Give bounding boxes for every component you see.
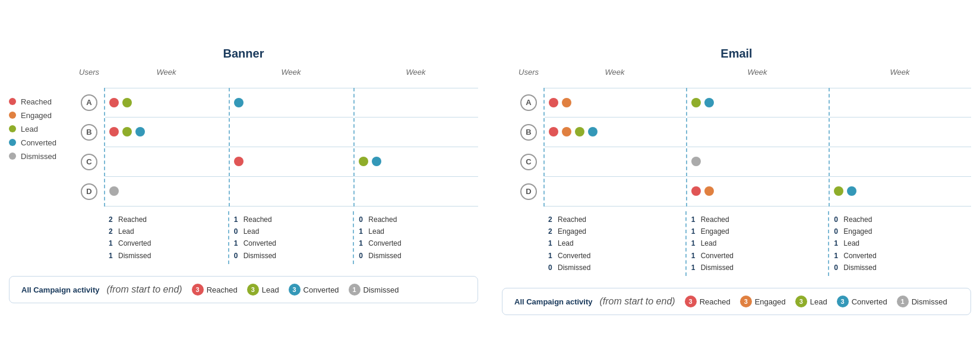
email-week3-col [829,88,971,207]
banner-summary-lead-label: Lead [262,285,279,294]
email-user-c-badge: C [520,154,537,170]
email-summary-dismissed: 1 Dismissed [897,296,947,307]
banner-users-header: Users [74,68,104,85]
dot-teal-icon [847,186,856,196]
email-summary-subtitle: (from start to end) [599,296,675,307]
banner-summary-lead-badge: 3 [247,284,259,296]
banner-summary-reached: 3 Reached [192,284,238,296]
banner-w3-row-a [355,88,478,118]
banner-summary-reached-label: Reached [207,285,238,294]
main-container: Banner Reached Engaged Lead Conve [9,47,971,316]
user-d-cell: D [74,177,104,207]
banner-summary-dismissed: 1 Dismissed [349,284,399,296]
banner-w2-row-d [230,177,353,207]
dot-orange-icon [704,186,714,196]
banner-w1-row-c [105,147,229,177]
banner-chart-area: Reached Engaged Lead Converted Dismissed [9,68,478,265]
email-w3-row-a [830,88,971,118]
email-grid-body: A B C D [514,88,971,207]
banner-stats-week1: 2Reached 2Lead 1Converted 1Dismissed [104,211,228,265]
banner-section: Banner Reached Engaged Lead Conve [9,47,478,304]
email-users-col: A B C D [514,88,543,207]
banner-week2-col [229,88,353,207]
email-summary-lead-label: Lead [810,297,827,306]
banner-stats-week3: 0Reached 1Lead 1Converted 0Dismissed [353,211,478,265]
email-summary-engaged-label: Engaged [755,297,786,306]
dot-teal-icon [372,157,381,166]
email-user-d-cell: D [514,177,543,207]
banner-week3-rows [355,88,478,207]
email-summary-reached-badge: 3 [685,296,697,307]
user-a-cell: A [74,88,104,118]
email-title: Email [720,47,752,61]
banner-summary-box: All Campaign activity (from start to end… [9,276,478,303]
email-user-b-cell: B [514,118,543,147]
dot-teal-icon [704,98,714,107]
banner-grid-body: A B C D [74,88,478,207]
email-summary-converted-badge: 3 [837,296,849,307]
legend-dismissed: Dismissed [9,152,74,161]
dot-olive-icon [691,98,701,107]
banner-w2-row-a [230,88,353,118]
legend-engaged: Engaged [9,111,74,120]
email-chart-area: Users Week Week Week A B [502,68,971,277]
legend-reached-label: Reached [21,97,52,106]
email-users-header: Users [514,68,543,85]
dot-orange-icon [562,98,571,107]
email-summary-engaged-badge: 3 [740,296,752,307]
email-summary-dismissed-label: Dismissed [912,297,947,306]
email-summary-title: All Campaign activity [514,297,592,306]
banner-stats-weeks: 2Reached 2Lead 1Converted 1Dismissed 1Re… [104,211,478,265]
banner-week3-header: Week [353,68,478,85]
banner-w1-row-b [105,118,229,147]
banner-summary-converted: 3 Converted [289,284,339,296]
user-c-badge: C [81,154,97,170]
email-week1-header: Week [543,68,686,85]
banner-summary-dismissed-badge: 1 [349,284,361,296]
email-stats-week2: 1Reached 1Engaged 1Lead 1Converted 1Dism… [685,211,829,277]
dot-red-icon [549,98,558,107]
banner-grid-header: Users Week Week Week [74,68,478,85]
banner-w2-row-b [230,118,353,147]
lead-dot-icon [9,125,16,132]
email-section: Email Users Week Week Week A [502,47,971,316]
dot-red-icon [109,127,119,136]
legend-dismissed-label: Dismissed [21,152,56,161]
email-summary-box: All Campaign activity (from start to end… [502,288,971,315]
dot-red-icon [691,186,701,196]
email-week2-col [686,88,829,207]
banner-week1-rows [105,88,229,207]
banner-week1-header: Week [104,68,229,85]
dot-olive-icon [575,127,584,136]
email-week1-rows [545,88,686,207]
banner-summary-reached-badge: 3 [192,284,204,296]
reached-dot-icon [9,98,16,105]
email-summary-converted-label: Converted [852,297,887,306]
banner-w3-row-d [355,177,478,207]
dot-olive-icon [834,186,843,196]
banner-summary-dismissed-label: Dismissed [363,285,399,294]
email-user-b-badge: B [520,124,537,141]
converted-dot-icon [9,139,16,146]
dot-teal-icon [135,127,145,136]
dot-red-icon [109,98,119,107]
email-user-d-badge: D [520,183,537,200]
banner-w1-row-a [105,88,229,118]
dot-red-icon [234,157,244,166]
banner-summary-title: All Campaign activity [21,285,99,294]
email-w2-row-c [687,147,829,177]
email-w2-row-d [687,177,829,207]
banner-week2-header: Week [229,68,353,85]
banner-summary-converted-label: Converted [304,285,339,294]
email-week2-header: Week [686,68,829,85]
email-summary-reached-label: Reached [700,297,731,306]
email-grid-header: Users Week Week Week [514,68,971,85]
banner-week3-col [353,88,478,207]
banner-legend: Reached Engaged Lead Converted Dismissed [9,68,74,265]
user-a-badge: A [81,94,97,111]
banner-summary-converted-badge: 3 [289,284,301,296]
email-user-a-cell: A [514,88,543,118]
banner-summary-lead: 3 Lead [247,284,279,296]
legend-converted: Converted [9,138,74,147]
legend-reached: Reached [9,97,74,106]
